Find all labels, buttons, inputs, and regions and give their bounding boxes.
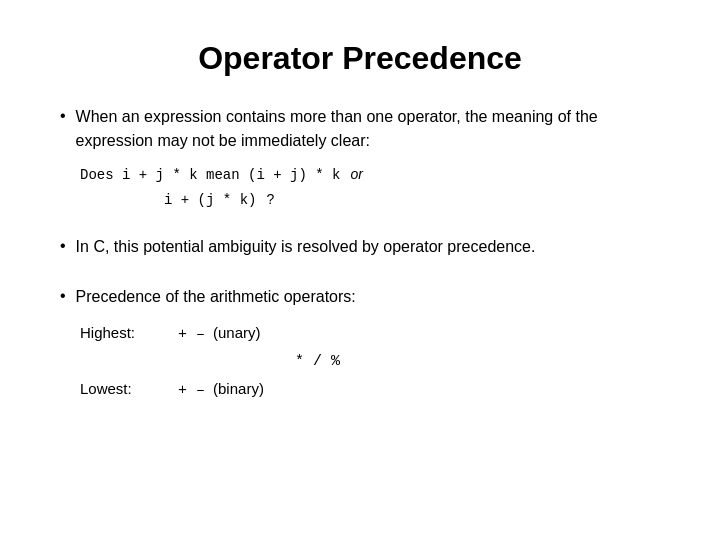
prec-lowest-ops: + – [178,377,205,404]
bullet-item-1: • When an expression contains more than … [60,105,660,153]
code-line2-content: i + (j * k) [80,189,256,213]
bullet-dot-1: • [60,107,66,125]
bullet-section-2: • In C, this potential ambiguity is reso… [60,235,660,263]
prec-row-lowest: Lowest: + – (binary) [80,375,660,404]
prec-middle-ops: * / % [295,348,340,375]
precedence-table: Highest: + – (unary) * / % Lowest: + – (… [80,319,660,404]
prec-lowest-desc: (binary) [213,375,264,402]
slide: Operator Precedence • When an expression… [0,0,720,540]
bullet-item-2: • In C, this potential ambiguity is reso… [60,235,660,259]
bullet-dot-3: • [60,287,66,305]
bullet-text-3: Precedence of the arithmetic operators: [76,285,356,309]
bullet-text-1: When an expression contains more than on… [76,105,660,153]
code-line-1: Does i + j * k mean (i + j) * k or [80,163,660,188]
bullet-item-3: • Precedence of the arithmetic operators… [60,285,660,309]
bullet-section-3: • Precedence of the arithmetic operators… [60,285,660,404]
code-block-1: Does i + j * k mean (i + j) * k or i + (… [80,163,660,213]
prec-highest-label: Highest: [80,319,160,346]
code-line1-prefix: Does i + j * k mean (i + j) * k [80,164,340,188]
prec-row-middle: * / % [80,348,660,375]
slide-title: Operator Precedence [60,40,660,77]
bullet-text-2: In C, this potential ambiguity is resolv… [76,235,536,259]
prec-lowest-label: Lowest: [80,375,160,402]
prec-highest-ops: + – [178,321,205,348]
prec-middle-indent [160,348,295,375]
code-line1-or: or [350,163,362,187]
code-line2-question: ? [266,188,274,212]
bullet-section-1: • When an expression contains more than … [60,105,660,213]
prec-row-highest: Highest: + – (unary) [80,319,660,348]
bullet-dot-2: • [60,237,66,255]
code-line-2: i + (j * k) ? [80,188,660,213]
prec-lowest-indent [160,377,178,404]
prec-highest-value [160,321,178,348]
prec-highest-desc: (unary) [213,319,261,346]
